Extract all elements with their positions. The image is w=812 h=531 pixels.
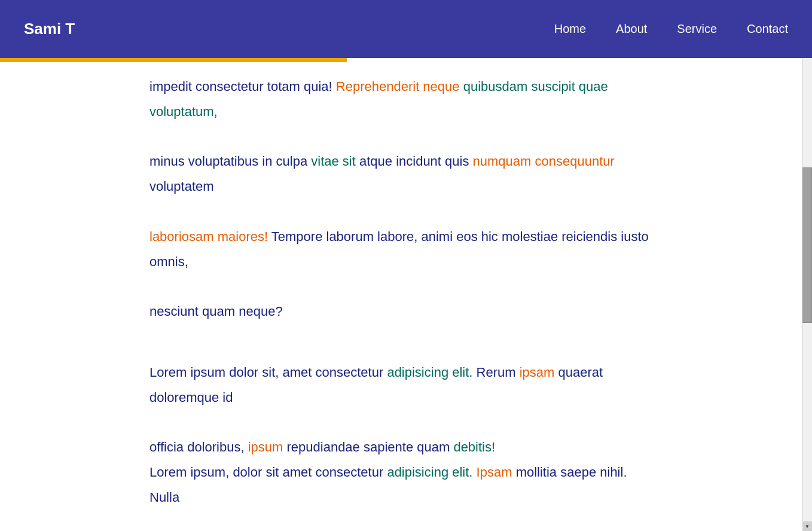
nav-item-contact[interactable]: Contact — [747, 22, 788, 36]
navbar-brand[interactable]: Sami T — [24, 20, 75, 38]
text-span: Reprehenderit neque — [336, 79, 463, 94]
text-span: officia doloribus, — [149, 440, 248, 454]
nav-link-home[interactable]: Home — [554, 22, 586, 35]
text-span: ipsum — [248, 440, 283, 454]
scrollbar-track: ▲ ▼ — [802, 0, 812, 531]
scrollbar-thumb[interactable] — [802, 167, 812, 323]
text-span: adipisicing elit. — [387, 365, 472, 380]
text-span: adipisicing elit. — [387, 465, 472, 480]
text-span: impedit consectetur totam quia! — [149, 79, 336, 94]
scrollbar-arrow-down[interactable]: ▼ — [802, 521, 812, 531]
nav-link-contact[interactable]: Contact — [747, 22, 788, 35]
text-span: laboriosam maiores! — [149, 229, 268, 244]
text-span: numquam consequuntur — [473, 154, 615, 169]
nav-item-service[interactable]: Service — [677, 22, 717, 36]
text-span: ipsam — [520, 365, 555, 380]
text-span: atque incidunt quis — [356, 154, 473, 169]
navbar-links: Home About Service Contact — [554, 22, 788, 36]
text-span: nesciunt quam neque? — [149, 304, 283, 319]
text-span: vitae sit — [311, 154, 356, 169]
text-span: voluptatem — [149, 179, 214, 194]
accent-bar — [0, 58, 347, 62]
text-span: Lorem ipsum, dolor sit amet consectetur — [149, 465, 387, 480]
nav-link-service[interactable]: Service — [677, 22, 717, 35]
paragraph-block-top: impedit consectetur totam quia! Reprehen… — [149, 74, 652, 324]
nav-item-about[interactable]: About — [616, 22, 647, 36]
text-span: minus voluptatibus in culpa — [149, 154, 311, 169]
nav-item-home[interactable]: Home — [554, 22, 586, 36]
text-span: Rerum — [472, 365, 519, 380]
text-span: repudiandae sapiente quam — [283, 440, 453, 454]
paragraph-middle-text2: Lorem ipsum, dolor sit amet consectetur … — [149, 460, 652, 531]
navbar: Sami T Home About Service Contact — [0, 0, 812, 58]
paragraph-top-text: impedit consectetur totam quia! Reprehen… — [149, 74, 652, 324]
text-span: debitis! — [453, 440, 495, 454]
text-span: Lorem ipsum dolor sit, amet consectetur — [149, 365, 387, 380]
paragraph-middle-text1: Lorem ipsum dolor sit, amet consectetur … — [149, 360, 652, 460]
paragraph-block-middle: Lorem ipsum dolor sit, amet consectetur … — [149, 360, 652, 531]
text-span: Ipsam — [477, 465, 512, 480]
nav-link-about[interactable]: About — [616, 22, 647, 35]
main-content: impedit consectetur totam quia! Reprehen… — [0, 62, 801, 531]
